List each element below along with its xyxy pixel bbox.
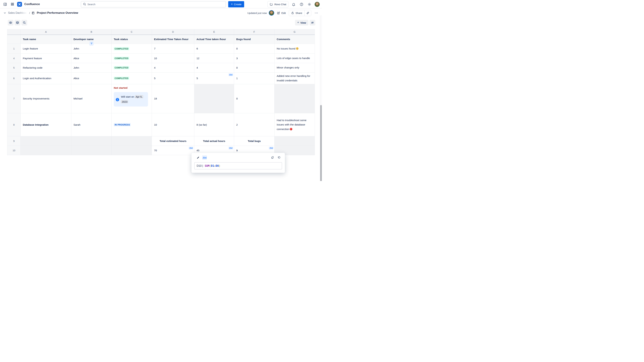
column-letter-a[interactable]: A xyxy=(21,29,71,35)
cell-estimated[interactable]: 4 xyxy=(152,63,194,72)
notifications-bell-icon[interactable] xyxy=(291,2,296,7)
header-bugs-found[interactable]: Bugs found xyxy=(234,35,274,44)
header-task-name[interactable]: Task name xyxy=(21,35,71,44)
cell-actual[interactable]: 12 xyxy=(194,54,234,63)
column-letter-g[interactable]: G xyxy=(274,29,315,35)
cell-developer[interactable]: Alice xyxy=(71,54,112,63)
updated-status[interactable]: Updated just now xyxy=(247,12,267,14)
cell-bugs[interactable]: 0 xyxy=(234,84,274,113)
formula-indicator-icon[interactable]: ƒ(x) xyxy=(188,146,193,150)
breadcrumb-space-link[interactable]: Sales Dashboard xyxy=(8,12,28,14)
page-title[interactable]: Project Performance Overview xyxy=(37,11,78,14)
cell-estimated[interactable]: 7 xyxy=(152,44,194,54)
formula-indicator-icon[interactable]: ƒ(x) xyxy=(269,146,274,150)
row-number[interactable]: 9 xyxy=(8,136,21,146)
cell-comment[interactable]: Had to troubleshoot some issues with the… xyxy=(274,113,315,136)
more-actions-icon[interactable]: ⋯ xyxy=(314,10,319,16)
chevron-down-icon[interactable] xyxy=(3,12,6,14)
cell-status[interactable]: COMPLETED xyxy=(112,72,152,84)
cell-status[interactable]: COMPLETED xyxy=(112,44,152,54)
create-button[interactable]: + Create xyxy=(228,1,244,8)
formula-fx-button[interactable]: ƒ(x) xyxy=(202,155,207,160)
cell-actual[interactable]: 8 (so far) xyxy=(194,113,234,136)
cell-actual[interactable]: 4 xyxy=(194,63,234,72)
search-input[interactable] xyxy=(81,1,226,8)
row-number[interactable]: 4 xyxy=(8,54,21,63)
cell-estimated[interactable]: 5 xyxy=(152,72,194,84)
edit-pencil-icon[interactable] xyxy=(196,155,200,160)
copy-link-icon[interactable] xyxy=(304,10,311,16)
cell-developer[interactable]: John xyxy=(71,63,112,72)
header-actual-time[interactable]: Actual Time taken /hour xyxy=(194,35,234,44)
author-avatar[interactable] xyxy=(269,10,274,15)
edit-button[interactable]: Edit xyxy=(276,10,286,16)
corner-cell[interactable] xyxy=(8,29,21,35)
settings-gear-icon[interactable] xyxy=(307,2,312,7)
total-actual-label[interactable]: Total actual hours xyxy=(194,136,234,146)
row-number[interactable]: 10 xyxy=(8,146,21,155)
collapse-sidebar-icon[interactable] xyxy=(2,2,8,7)
column-letter-f[interactable]: F xyxy=(234,29,274,35)
cell-task-name[interactable]: Login feature xyxy=(21,44,71,54)
formula-indicator-icon[interactable]: ƒ(x) xyxy=(228,146,233,150)
vertical-scrollbar-track[interactable] xyxy=(320,16,322,181)
column-letter-e[interactable]: E xyxy=(194,29,234,35)
cell-bugs[interactable]: 3 xyxy=(234,54,274,63)
row-number[interactable]: 7 xyxy=(8,84,21,113)
cell-actual[interactable]: 5ƒ(x) xyxy=(194,72,234,84)
cell-comment[interactable]: Added new error handling for invalid cre… xyxy=(274,72,315,84)
cell-estimated[interactable]: 10 xyxy=(152,113,194,136)
cell-total-estimated[interactable]: 70ƒ(x) xyxy=(152,146,194,155)
total-bugs-label[interactable]: Total bugs xyxy=(234,136,274,146)
add-view-button[interactable]: + View xyxy=(295,20,308,26)
cell-comment[interactable] xyxy=(274,84,315,113)
cell-status[interactable]: COMPLETED xyxy=(112,63,152,72)
cell-bugs[interactable]: 0 xyxy=(234,63,274,72)
cell-task-name[interactable]: Login and Authentication xyxy=(21,72,71,84)
header-comments[interactable]: Comments xyxy=(274,35,315,44)
user-avatar[interactable] xyxy=(314,2,320,7)
row-number[interactable]: 1 xyxy=(8,44,21,54)
cell-comment[interactable]: Minor changes only xyxy=(274,63,315,72)
search-table-icon[interactable] xyxy=(22,20,27,26)
row-number[interactable]: 8 xyxy=(8,113,21,136)
cell-task-name[interactable]: Refactoring code xyxy=(21,63,71,72)
cell-task-name[interactable]: Security Improvements xyxy=(21,84,71,113)
cell-status[interactable]: COMPLETED xyxy=(112,54,152,63)
cell-estimated[interactable]: 18 xyxy=(152,84,194,113)
cell-bugs[interactable]: 2 xyxy=(234,113,274,136)
cell-actual[interactable]: 6 xyxy=(194,44,234,54)
header-estimated-time[interactable]: Estimated Time Taken /hour xyxy=(152,35,194,44)
undo-icon[interactable] xyxy=(276,155,281,160)
app-switcher-icon[interactable] xyxy=(10,2,15,7)
cell-estimated[interactable]: 10 xyxy=(152,54,194,63)
cell-developer[interactable]: Michael xyxy=(71,84,112,113)
rovo-chat-button[interactable]: Rovo Chat xyxy=(268,1,288,8)
cell-comment[interactable]: No issues found xyxy=(274,44,315,54)
view-settings-sliders-icon[interactable] xyxy=(310,20,315,26)
formula-indicator-icon[interactable]: ƒ(x) xyxy=(228,73,233,76)
hide-fields-eye-icon[interactable] xyxy=(8,20,14,26)
cell-status[interactable]: IN PROGRESS xyxy=(112,113,152,136)
help-icon[interactable] xyxy=(299,2,304,7)
layers-icon[interactable] xyxy=(14,20,20,26)
share-button[interactable]: Share xyxy=(289,10,304,16)
cell-developer[interactable]: Alice xyxy=(71,72,112,84)
cell-bugs[interactable]: 1 xyxy=(234,72,274,84)
row-number[interactable]: 6 xyxy=(8,72,21,84)
formula-input[interactable]: D10 | SUM(D1:D8) xyxy=(194,162,282,170)
column-letter-d[interactable]: D xyxy=(152,29,194,35)
cell-status[interactable]: Not started Will start on Apr 5, 2023 xyxy=(112,84,152,113)
column-letter-b[interactable]: B xyxy=(71,29,112,35)
cell-task-name[interactable]: Database Integration xyxy=(21,113,71,136)
confluence-logo-icon[interactable] xyxy=(17,2,22,7)
copy-icon[interactable] xyxy=(270,155,275,160)
total-estimated-label[interactable]: Total estimated hours xyxy=(152,136,194,146)
column-letter-c[interactable]: C xyxy=(112,29,152,35)
vertical-scrollbar-thumb[interactable] xyxy=(320,105,322,181)
filter-funnel-icon[interactable] xyxy=(89,41,94,46)
row-number[interactable]: 5 xyxy=(8,63,21,72)
cell-developer[interactable]: Sarah xyxy=(71,113,112,136)
cell-bugs[interactable]: 0 xyxy=(234,44,274,54)
cell-task-name[interactable]: Payment feature xyxy=(21,54,71,63)
